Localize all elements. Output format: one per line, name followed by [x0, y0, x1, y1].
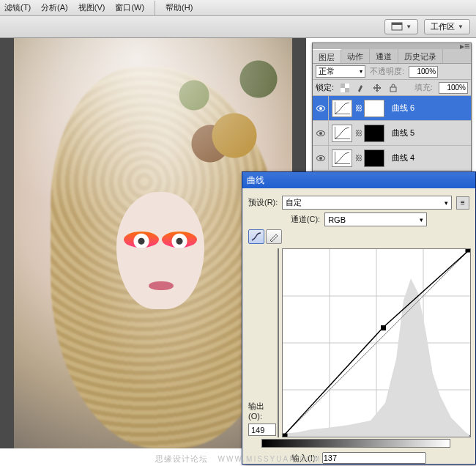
- preset-select[interactable]: 自定 ▾: [282, 196, 452, 210]
- curve-edit-tools: [248, 229, 282, 244]
- panel-tabs: 图层 动作 通道 历史记录: [313, 49, 471, 64]
- svg-rect-4: [345, 88, 349, 92]
- tab-history[interactable]: 历史记录: [398, 49, 443, 63]
- svg-rect-1: [392, 23, 402, 25]
- layer-name[interactable]: 曲线 4: [387, 152, 414, 163]
- layer-row[interactable]: ⛓ 曲线 6: [313, 96, 471, 121]
- watermark-text: 思缘设计论坛: [155, 454, 208, 463]
- menu-help[interactable]: 帮助(H): [166, 2, 193, 13]
- adjustment-thumb[interactable]: [332, 125, 352, 142]
- eye-icon: [316, 106, 325, 111]
- preset-menu-button[interactable]: ≡: [456, 196, 469, 210]
- link-icon[interactable]: ⛓: [355, 129, 361, 137]
- curves-graph[interactable]: [282, 248, 471, 437]
- link-icon[interactable]: ⛓: [355, 154, 361, 162]
- visibility-toggle[interactable]: [313, 121, 329, 145]
- layer-thumbnails: ⛓: [329, 125, 387, 142]
- point-curve-tool[interactable]: [248, 229, 264, 244]
- menu-separator: [155, 1, 155, 15]
- output-field[interactable]: [248, 424, 276, 436]
- lock-position-icon[interactable]: [372, 83, 382, 93]
- curve-point-shadow[interactable]: [283, 434, 287, 437]
- adjustment-thumb[interactable]: [332, 149, 352, 167]
- mask-thumb[interactable]: [364, 149, 384, 167]
- opacity-field[interactable]: 100%: [409, 66, 438, 78]
- blend-mode-value: 正常: [319, 66, 335, 77]
- photo-eye-right: [162, 232, 197, 248]
- menubar: 滤镜(T) 分析(A) 视图(V) 窗口(W) 帮助(H): [0, 0, 476, 16]
- photo-eye-left: [124, 232, 159, 248]
- pencil-curve-tool[interactable]: [266, 229, 282, 244]
- mask-thumb[interactable]: [364, 100, 384, 117]
- lock-transparent-icon[interactable]: [340, 83, 350, 93]
- tab-channels[interactable]: 通道: [370, 49, 398, 63]
- chevron-down-icon: ▾: [360, 68, 362, 75]
- preset-value: 自定: [286, 197, 302, 208]
- layer-name[interactable]: 曲线 6: [387, 103, 414, 114]
- blend-mode-select[interactable]: 正常 ▾: [316, 65, 365, 78]
- lock-pixels-icon[interactable]: [356, 83, 366, 93]
- visibility-toggle[interactable]: [313, 96, 329, 120]
- tab-layers[interactable]: 图层: [313, 49, 341, 63]
- screen-mode-icon: [391, 22, 403, 32]
- input-gradient: [261, 439, 450, 448]
- curve-point-highlight[interactable]: [466, 249, 470, 252]
- mask-thumb[interactable]: [364, 125, 384, 142]
- chevron-down-icon: ▾: [445, 199, 448, 207]
- layer-list: ⛓ 曲线 6 ⛓ 曲线 5 ⛓ 曲线 4: [313, 96, 471, 171]
- eye-icon: [316, 130, 325, 136]
- panel-menu-icon[interactable]: ▸≡: [460, 41, 469, 51]
- curves-dialog: 曲线 预设(R): 自定 ▾ ≡ 通道(C): RGB ▾: [242, 171, 476, 465]
- layer-thumbnails: ⛓: [329, 149, 387, 167]
- chevron-down-icon: ▼: [458, 23, 464, 30]
- layer-row[interactable]: ⛓ 曲线 4: [313, 146, 471, 171]
- channel-label: 通道(C):: [291, 214, 320, 225]
- chevron-down-icon: ▾: [420, 216, 423, 223]
- link-icon[interactable]: ⛓: [355, 104, 361, 112]
- preset-label: 预设(R):: [248, 197, 278, 208]
- output-label: 输出(O):: [248, 401, 276, 421]
- layer-name[interactable]: 曲线 5: [387, 127, 414, 138]
- workspace-button[interactable]: 工作区 ▼: [424, 19, 470, 34]
- dialog-titlebar[interactable]: 曲线: [242, 172, 475, 188]
- lock-all-icon[interactable]: [388, 83, 398, 93]
- fill-label: 填充:: [414, 82, 433, 93]
- menu-view[interactable]: 视图(V): [78, 2, 105, 13]
- tab-actions[interactable]: 动作: [341, 49, 370, 63]
- options-bar: ▼ 工作区 ▼: [0, 16, 476, 38]
- menu-filter[interactable]: 滤镜(T): [4, 2, 31, 13]
- photo-lips: [149, 281, 174, 290]
- adjustment-thumb[interactable]: [332, 100, 352, 117]
- opacity-label: 不透明度:: [370, 66, 404, 77]
- visibility-toggle[interactable]: [313, 146, 329, 170]
- photo-face: [116, 192, 204, 309]
- watermark: 思缘设计论坛 WWW.MISSYUAN.COM: [0, 454, 476, 465]
- curve-point-selected[interactable]: [381, 325, 386, 330]
- screen-mode-button[interactable]: ▼: [384, 19, 418, 34]
- panel-grip[interactable]: ▸≡: [313, 43, 471, 49]
- layer-thumbnails: ⛓: [329, 100, 387, 117]
- layer-row[interactable]: ⛓ 曲线 5: [313, 121, 471, 146]
- layer-options-row: 正常 ▾ 不透明度: 100%: [313, 64, 471, 80]
- watermark-domain: WWW.MISSYUAN.COM: [218, 455, 321, 463]
- eye-icon: [316, 155, 325, 161]
- layers-panel: ▸≡ 图层 动作 通道 历史记录 正常 ▾ 不透明度: 100% 锁定: 填充:…: [312, 42, 472, 186]
- channel-select[interactable]: RGB ▾: [324, 212, 427, 226]
- svg-rect-3: [341, 84, 345, 88]
- channel-value: RGB: [328, 215, 346, 224]
- layer-lock-row: 锁定: 填充: 100%: [313, 80, 471, 96]
- chevron-down-icon: ▼: [406, 23, 412, 30]
- svg-rect-5: [390, 87, 396, 92]
- menu-analysis[interactable]: 分析(A): [41, 2, 68, 13]
- lock-label: 锁定:: [316, 82, 334, 93]
- fill-field[interactable]: 100%: [439, 82, 468, 94]
- workspace-label: 工作区: [431, 21, 455, 32]
- output-gradient: [278, 248, 279, 437]
- menu-window[interactable]: 窗口(W): [115, 2, 144, 13]
